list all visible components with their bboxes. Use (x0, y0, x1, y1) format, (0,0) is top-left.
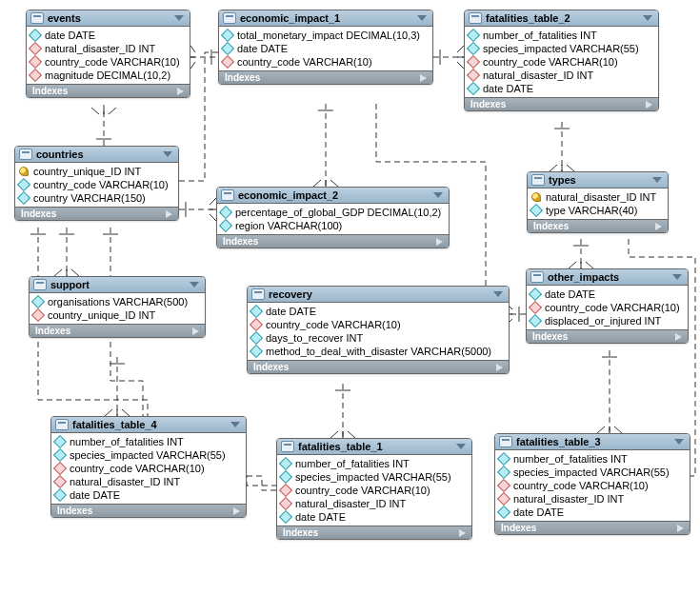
indexes-section[interactable]: Indexes (465, 97, 658, 110)
column-row[interactable]: country_code VARCHAR(10) (248, 318, 509, 331)
chevron-right-icon[interactable] (436, 238, 443, 246)
table-economic_impact_2[interactable]: economic_impact_2percentage_of_global_GD… (216, 187, 450, 248)
chevron-down-icon[interactable] (643, 15, 652, 21)
chevron-down-icon[interactable] (230, 422, 240, 427)
indexes-section[interactable]: Indexes (527, 329, 688, 343)
column-row[interactable]: method_to_deal_with_disaster VARCHAR(500… (248, 345, 509, 358)
column-row[interactable]: number_of_fatalities INT (495, 452, 690, 466)
indexes-section[interactable]: Indexes (15, 207, 178, 220)
column-row[interactable]: natural_disaster_ID INT (528, 190, 668, 204)
column-row[interactable]: natural_disaster_ID INT (51, 475, 246, 488)
indexes-section[interactable]: Indexes (528, 219, 668, 232)
column-row[interactable]: percentage_of_global_GDP DECIMAL(10,2) (217, 206, 449, 219)
table-header[interactable]: support (30, 277, 205, 293)
column-row[interactable]: date DATE (27, 29, 190, 42)
chevron-down-icon[interactable] (174, 15, 184, 21)
chevron-down-icon[interactable] (190, 282, 199, 288)
column-row[interactable]: species_impacted VARCHAR(55) (495, 466, 690, 479)
chevron-down-icon[interactable] (493, 291, 503, 297)
table-fatalities_table_1[interactable]: fatalities_table_1number_of_fatalities I… (276, 438, 472, 540)
indexes-section[interactable]: Indexes (27, 84, 190, 97)
column-row[interactable]: country_unique_ID INT (15, 165, 178, 178)
column-row[interactable]: days_to_recover INT (248, 331, 509, 345)
table-events[interactable]: eventsdate DATEnatural_disaster_ID INTco… (26, 10, 190, 98)
table-header[interactable]: recovery (248, 287, 509, 303)
table-countries[interactable]: countriescountry_unique_ID INTcountry_co… (14, 146, 179, 221)
column-row[interactable]: species_impacted VARCHAR(55) (277, 470, 471, 484)
table-support[interactable]: supportorganisations VARCHAR(500)country… (29, 276, 206, 338)
indexes-section[interactable]: Indexes (217, 234, 449, 248)
indexes-section[interactable]: Indexes (248, 360, 509, 373)
chevron-down-icon[interactable] (417, 15, 427, 21)
table-header[interactable]: types (528, 172, 668, 188)
column-row[interactable]: date DATE (495, 506, 690, 519)
column-row[interactable]: country_code VARCHAR(10) (51, 462, 246, 475)
column-row[interactable]: total_monetary_impact DECIMAL(10,3) (219, 29, 432, 42)
column-row[interactable]: date DATE (277, 510, 471, 524)
chevron-right-icon[interactable] (233, 507, 240, 515)
column-row[interactable]: magnitude DECIMAL(10,2) (27, 69, 190, 82)
column-row[interactable]: date DATE (51, 488, 246, 502)
chevron-right-icon[interactable] (192, 327, 199, 335)
column-row[interactable]: date DATE (248, 305, 509, 318)
column-row[interactable]: number_of_fatalities INT (465, 29, 658, 42)
column-row[interactable]: displaced_or_injured INT (527, 314, 688, 327)
column-row[interactable]: natural_disaster_ID INT (27, 42, 190, 55)
column-row[interactable]: region VARCHAR(100) (217, 219, 449, 232)
table-header[interactable]: events (27, 10, 190, 27)
chevron-right-icon[interactable] (177, 88, 184, 95)
column-row[interactable]: natural_disaster_ID INT (495, 492, 690, 506)
chevron-right-icon[interactable] (496, 364, 503, 371)
table-fatalities_table_2[interactable]: fatalities_table_2number_of_fatalities I… (464, 10, 659, 111)
table-header[interactable]: fatalities_table_1 (277, 439, 471, 455)
chevron-right-icon[interactable] (675, 333, 682, 341)
table-header[interactable]: fatalities_table_2 (465, 10, 658, 27)
table-header[interactable]: economic_impact_2 (217, 188, 449, 204)
chevron-down-icon[interactable] (672, 274, 682, 280)
chevron-right-icon[interactable] (646, 101, 652, 109)
chevron-right-icon[interactable] (166, 210, 172, 218)
chevron-down-icon[interactable] (433, 192, 443, 198)
table-recovery[interactable]: recoverydate DATEcountry_code VARCHAR(10… (247, 286, 510, 374)
chevron-right-icon[interactable] (677, 525, 684, 532)
indexes-section[interactable]: Indexes (495, 521, 690, 534)
chevron-right-icon[interactable] (655, 223, 662, 230)
column-row[interactable]: country_code VARCHAR(10) (527, 301, 688, 314)
column-row[interactable]: country_code VARCHAR(10) (219, 55, 432, 69)
chevron-down-icon[interactable] (456, 444, 466, 449)
column-row[interactable]: country_code VARCHAR(10) (27, 55, 190, 69)
column-row[interactable]: country_code VARCHAR(10) (277, 484, 471, 497)
chevron-right-icon[interactable] (459, 529, 466, 537)
column-row[interactable]: country_code VARCHAR(10) (15, 178, 178, 191)
column-row[interactable]: country VARCHAR(150) (15, 191, 178, 205)
table-header[interactable]: other_impacts (527, 269, 688, 286)
indexes-section[interactable]: Indexes (51, 504, 246, 517)
column-row[interactable]: organisations VARCHAR(500) (30, 295, 205, 308)
indexes-section[interactable]: Indexes (219, 70, 432, 84)
column-row[interactable]: date DATE (527, 288, 688, 301)
chevron-down-icon[interactable] (674, 439, 684, 445)
chevron-down-icon[interactable] (652, 177, 662, 183)
column-row[interactable]: natural_disaster_ID INT (277, 497, 471, 510)
column-row[interactable]: country_code VARCHAR(10) (495, 479, 690, 492)
table-header[interactable]: countries (15, 147, 178, 163)
table-header[interactable]: fatalities_table_4 (51, 417, 246, 433)
column-row[interactable]: country_code VARCHAR(10) (465, 55, 658, 69)
column-row[interactable]: country_unique_ID INT (30, 308, 205, 322)
column-row[interactable]: date DATE (465, 82, 658, 95)
column-row[interactable]: natural_disaster_ID INT (465, 69, 658, 82)
table-other_impacts[interactable]: other_impactsdate DATEcountry_code VARCH… (526, 268, 689, 344)
column-row[interactable]: number_of_fatalities INT (277, 457, 471, 470)
table-economic_impact_1[interactable]: economic_impact_1total_monetary_impact D… (218, 10, 433, 85)
column-row[interactable]: species_impacted VARCHAR(55) (465, 42, 658, 55)
table-header[interactable]: fatalities_table_3 (495, 434, 690, 450)
column-row[interactable]: date DATE (219, 42, 432, 55)
table-fatalities_table_4[interactable]: fatalities_table_4number_of_fatalities I… (50, 416, 247, 518)
table-header[interactable]: economic_impact_1 (219, 10, 432, 27)
table-fatalities_table_3[interactable]: fatalities_table_3number_of_fatalities I… (494, 433, 690, 535)
table-types[interactable]: typesnatural_disaster_ID INTtype VARCHAR… (527, 171, 669, 233)
column-row[interactable]: species_impacted VARCHAR(55) (51, 448, 246, 462)
indexes-section[interactable]: Indexes (30, 324, 205, 337)
indexes-section[interactable]: Indexes (277, 526, 471, 539)
chevron-down-icon[interactable] (163, 151, 172, 157)
